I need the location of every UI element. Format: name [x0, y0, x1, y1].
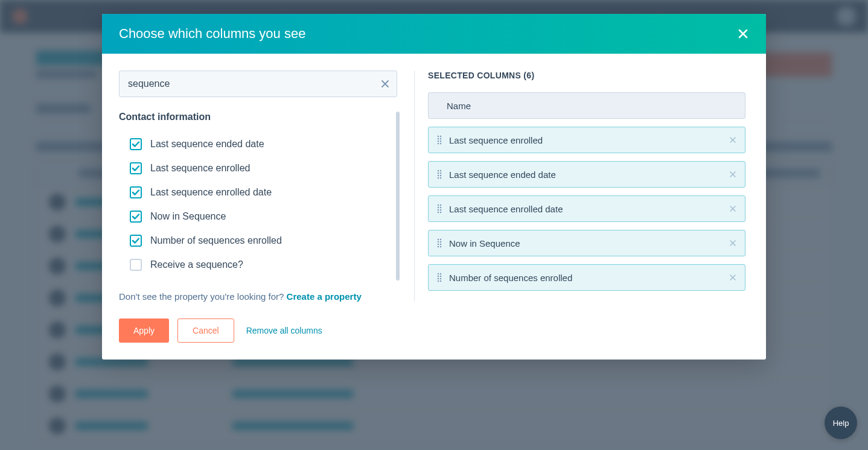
selected-column-item[interactable]: Now in Sequence: [428, 230, 745, 256]
close-icon: [737, 28, 749, 40]
close-icon: [729, 171, 736, 178]
drag-handle-icon[interactable]: [437, 238, 442, 248]
svg-point-29: [440, 209, 441, 211]
close-icon: [380, 79, 390, 89]
selected-column-item[interactable]: Last sequence enrolled: [428, 127, 745, 153]
svg-point-21: [440, 175, 441, 176]
svg-point-46: [438, 280, 439, 282]
property-item[interactable]: Last sequence enrolled: [119, 156, 385, 180]
selected-columns-panel: SELECTED COLUMNS6 NameLast sequence enro…: [415, 71, 766, 302]
scrollbar-thumb[interactable]: [396, 112, 400, 280]
check-icon: [132, 164, 140, 173]
svg-point-26: [438, 207, 439, 208]
property-item[interactable]: Now in Sequence: [119, 204, 385, 229]
selected-column-label: Last sequence enrolled: [449, 135, 729, 145]
selected-column-label: Last sequence enrolled date: [449, 204, 729, 214]
svg-point-20: [438, 175, 439, 176]
check-icon: [132, 140, 140, 148]
remove-column-button[interactable]: [729, 274, 736, 281]
svg-point-27: [440, 207, 441, 208]
remove-column-button[interactable]: [729, 239, 736, 247]
property-checkbox[interactable]: [130, 186, 142, 198]
svg-point-39: [440, 246, 441, 247]
svg-point-31: [440, 212, 441, 213]
drag-handle-icon[interactable]: [437, 170, 442, 179]
close-icon: [729, 239, 736, 247]
svg-point-43: [440, 276, 441, 277]
property-checkbox[interactable]: [130, 138, 142, 150]
svg-point-37: [440, 244, 441, 245]
svg-point-13: [440, 141, 441, 142]
remove-all-columns-link[interactable]: Remove all columns: [246, 326, 322, 335]
svg-point-23: [440, 177, 441, 179]
remove-column-button[interactable]: [729, 171, 736, 178]
svg-point-32: [438, 239, 439, 240]
modal-header: Choose which columns you see: [102, 14, 766, 54]
property-item[interactable]: Last sequence ended date: [119, 132, 385, 156]
create-property-link[interactable]: Create a property: [287, 291, 362, 302]
selected-column-item[interactable]: Last sequence ended date: [428, 161, 745, 188]
property-label: Now in Sequence: [150, 211, 226, 222]
property-list: Last sequence ended dateLast sequence en…: [119, 132, 385, 277]
property-group-heading: Contact information: [119, 112, 385, 122]
svg-point-9: [440, 136, 441, 137]
svg-point-33: [440, 239, 441, 240]
selected-columns-list: NameLast sequence enrolledLast sequence …: [428, 92, 745, 291]
property-checkbox[interactable]: [130, 235, 142, 247]
close-icon: [729, 205, 736, 212]
svg-point-28: [438, 209, 439, 211]
selected-column-item[interactable]: Last sequence enrolled date: [428, 195, 745, 222]
drag-handle-icon[interactable]: [437, 135, 442, 145]
svg-point-8: [438, 136, 439, 137]
help-widget-button[interactable]: Help: [825, 407, 857, 439]
svg-point-22: [438, 177, 439, 179]
property-checkbox[interactable]: [130, 259, 142, 271]
svg-point-42: [438, 276, 439, 277]
svg-point-19: [440, 173, 441, 174]
svg-point-17: [440, 170, 441, 171]
svg-point-11: [440, 138, 441, 139]
svg-point-34: [438, 241, 439, 242]
svg-point-25: [440, 204, 441, 206]
svg-point-36: [438, 244, 439, 245]
create-property-prompt: Don't see the property you're looking fo…: [119, 291, 397, 302]
property-item[interactable]: Last sequence enrolled date: [119, 180, 385, 204]
property-item[interactable]: Number of sequences enrolled: [119, 229, 385, 253]
search-input[interactable]: [119, 71, 397, 97]
close-icon: [729, 136, 736, 144]
property-checkbox[interactable]: [130, 162, 142, 174]
close-icon: [729, 274, 736, 281]
svg-point-40: [438, 273, 439, 274]
property-label: Last sequence enrolled: [150, 163, 250, 174]
svg-point-41: [440, 273, 441, 274]
svg-point-35: [440, 241, 441, 242]
selected-column-label: Number of sequences enrolled: [449, 273, 729, 283]
svg-point-38: [438, 246, 439, 247]
svg-point-12: [438, 141, 439, 142]
edit-columns-modal: Choose which columns you see Contact inf…: [102, 14, 766, 360]
remove-column-button[interactable]: [729, 205, 736, 212]
apply-button[interactable]: Apply: [119, 318, 169, 343]
remove-column-button[interactable]: [729, 136, 736, 144]
property-label: Receive a sequence?: [150, 259, 243, 270]
property-checkbox[interactable]: [130, 211, 142, 223]
clear-search-button[interactable]: [380, 79, 390, 89]
modal-title: Choose which columns you see: [119, 26, 305, 42]
close-button[interactable]: [737, 28, 749, 40]
check-icon: [132, 236, 140, 245]
property-label: Number of sequences enrolled: [150, 235, 282, 246]
check-icon: [132, 212, 140, 221]
selected-column-item: Name: [428, 92, 745, 119]
drag-handle-icon[interactable]: [437, 204, 442, 214]
property-label: Last sequence ended date: [150, 139, 264, 150]
property-item[interactable]: Receive a sequence?: [119, 253, 385, 277]
modal-footer: Apply Cancel Remove all columns: [102, 318, 766, 360]
selected-column-item[interactable]: Number of sequences enrolled: [428, 264, 745, 291]
check-icon: [132, 188, 140, 197]
cancel-button[interactable]: Cancel: [177, 318, 234, 343]
svg-point-24: [438, 204, 439, 206]
drag-handle-icon[interactable]: [437, 273, 442, 282]
property-label: Last sequence enrolled date: [150, 187, 272, 198]
svg-point-15: [440, 143, 441, 144]
svg-point-10: [438, 138, 439, 139]
